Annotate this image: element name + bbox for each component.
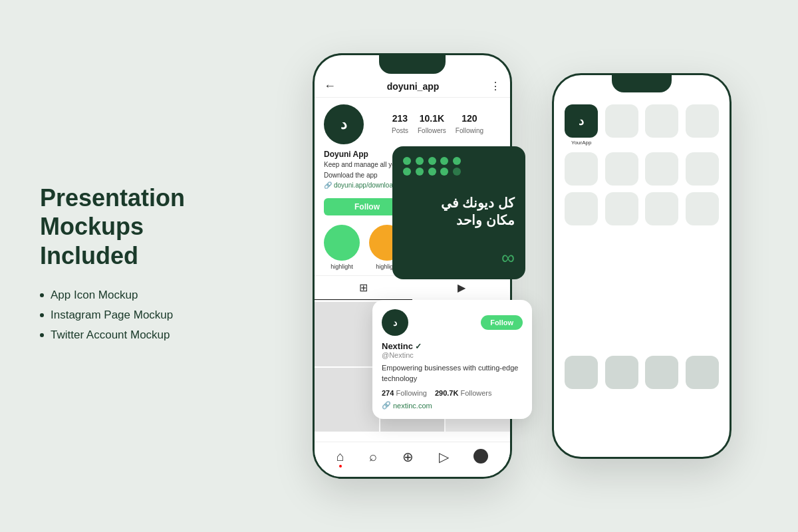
reels-tab[interactable]: ▶ xyxy=(412,276,510,300)
twitter-name: Nextinc ✓ xyxy=(382,341,523,351)
home-icon[interactable]: ⌂ xyxy=(336,449,344,467)
ig-header: ← doyuni_app ⋮ xyxy=(315,74,510,98)
back-icon[interactable]: ← xyxy=(324,79,336,93)
arabic-text: كل ديونك في مكان واحد xyxy=(403,194,515,229)
phones-container: ← doyuni_app ⋮ د 213 Posts 10.1K Followe… xyxy=(239,20,758,512)
ig-avatar: د xyxy=(324,104,364,144)
list-item: Twitter Account Mockup xyxy=(40,329,239,342)
app-icon-slot xyxy=(605,104,638,138)
ig-username: doyuni_app xyxy=(387,81,440,92)
app-icon-label: YourApp xyxy=(571,140,591,146)
search-icon[interactable]: ⌕ xyxy=(369,449,377,467)
highlight-item[interactable]: highlight xyxy=(324,225,360,270)
ig-stats: 213 Posts 10.1K Followers 120 Following xyxy=(374,113,501,136)
bullet-dot xyxy=(40,293,44,297)
app-icon-slot xyxy=(605,192,638,225)
dot xyxy=(440,157,448,165)
left-panel: Presentation Mockups Included App Icon M… xyxy=(40,184,239,348)
twitter-card-header: د Follow xyxy=(382,309,523,336)
add-icon[interactable]: ⊕ xyxy=(402,449,414,467)
twitter-stats: 274 Following 290.7K Followers xyxy=(382,389,523,397)
list-item: Instagram Page Mockup xyxy=(40,309,239,322)
app-icon-slot xyxy=(686,152,719,186)
following-stat: 274 Following xyxy=(382,389,427,397)
ig-nav: ⌂ ⌕ ⊕ ▷ xyxy=(315,442,510,477)
ig-stat-following: 120 Following xyxy=(456,113,483,136)
grid-cell xyxy=(315,368,379,432)
featured-app-icon[interactable]: د xyxy=(565,104,598,138)
phone-notch xyxy=(379,55,446,74)
twitter-handle: @Nextinc xyxy=(382,351,523,359)
ig-stat-followers: 10.1K Followers xyxy=(418,113,446,136)
dot xyxy=(428,157,436,165)
main-title: Presentation Mockups Included xyxy=(40,184,239,270)
twitter-follow-button[interactable]: Follow xyxy=(481,315,523,330)
list-item: App Icon Mockup xyxy=(40,289,239,302)
app-icon-grid-top: د YourApp xyxy=(559,99,724,231)
grid-tab[interactable]: ⊞ xyxy=(315,276,412,300)
twitter-card: د Follow Nextinc ✓ @Nextinc Empowering b… xyxy=(372,300,532,419)
phone-app-icons: د YourApp xyxy=(552,73,732,459)
verified-icon: ✓ xyxy=(415,342,422,351)
app-icon-slot xyxy=(686,104,719,138)
ig-profile-top: د 213 Posts 10.1K Followers 120 Followin… xyxy=(324,104,501,144)
twitter-bio: Empowering businesses with cutting-edge … xyxy=(382,363,523,384)
dot xyxy=(416,168,424,176)
app-icon-slot xyxy=(565,192,598,225)
bullet-dot xyxy=(40,333,44,337)
app-icon-slot xyxy=(645,356,678,389)
twitter-link[interactable]: 🔗 nextinc.com xyxy=(382,401,523,410)
link-icon: 🔗 xyxy=(382,401,391,410)
highlight-label: highlight xyxy=(331,263,353,270)
phone-notch xyxy=(612,75,672,92)
arabic-card: كل ديونك في مكان واحد ∞ xyxy=(392,146,525,279)
reels-icon[interactable]: ▷ xyxy=(439,449,449,467)
dot xyxy=(416,157,424,165)
app-icon-slot xyxy=(565,152,598,186)
more-icon[interactable]: ⋮ xyxy=(490,80,501,92)
dot xyxy=(403,157,411,165)
profile-icon[interactable] xyxy=(473,449,488,464)
dot xyxy=(440,168,448,176)
app-icon-wrapper: د YourApp xyxy=(565,104,598,146)
dots-decoration xyxy=(403,157,463,176)
bullet-list: App Icon Mockup Instagram Page Mockup Tw… xyxy=(40,289,239,342)
dot xyxy=(453,168,461,176)
app-icon-slot xyxy=(645,104,678,138)
followers-stat: 290.7K Followers xyxy=(435,389,492,397)
app-icon-slot xyxy=(686,356,719,389)
dot xyxy=(453,157,461,165)
phone-spacer xyxy=(559,231,724,350)
app-icon-slot xyxy=(605,152,638,186)
grid-cell xyxy=(315,302,379,366)
app-icon-slot xyxy=(686,192,719,225)
highlight-circle xyxy=(324,225,360,261)
app-icon-slot xyxy=(645,152,678,186)
app-icon-slot xyxy=(565,356,598,389)
app-icon-slot xyxy=(605,356,638,389)
dot xyxy=(403,168,411,176)
ig-stat-posts: 213 Posts xyxy=(392,113,408,136)
app-icon-grid-bottom xyxy=(559,350,724,394)
infinity-decoration: ∞ xyxy=(501,247,515,269)
twitter-avatar: د xyxy=(382,309,408,336)
bullet-dot xyxy=(40,313,44,317)
dot xyxy=(428,168,436,176)
app-icon-slot xyxy=(645,192,678,225)
